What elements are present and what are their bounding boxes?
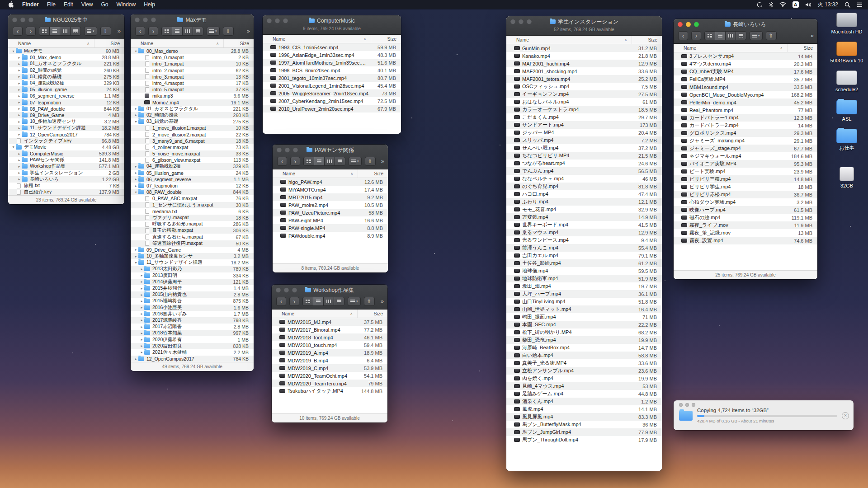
file-row[interactable]: 風見屏風.mp4 83.3 MB: [506, 413, 662, 421]
close-button[interactable]: [678, 22, 683, 27]
file-row[interactable]: ▾ 03_錯覚の基礎 275 KB: [131, 118, 254, 125]
disclosure-triangle[interactable]: ▸: [139, 312, 144, 316]
file-row[interactable]: ▾ 11_サウンドデザイン課題 18.2 MB: [131, 259, 254, 266]
file-row[interactable]: MRT!2015.mp4 9.2 MB: [273, 193, 388, 201]
file-row[interactable]: 地球防衛軍.mp4 51.9 MB: [506, 275, 662, 282]
file-row[interactable]: ▸ 2020冨田侑良 828 KB: [131, 343, 254, 349]
file-row[interactable]: おはなしパネル.mp4 61 MB: [506, 98, 662, 106]
toolbar-overflow-button[interactable]: »: [381, 158, 384, 164]
back-button[interactable]: ‹: [276, 297, 286, 306]
disclosure-triangle[interactable]: ▸: [133, 164, 138, 169]
column-view-button[interactable]: [60, 27, 71, 36]
icon-view-button[interactable]: [39, 27, 50, 36]
file-row[interactable]: FeliCa実験.MP4 35.7 MB: [674, 75, 817, 83]
disclosure-triangle[interactable]: ▸: [139, 350, 144, 354]
file-row[interactable]: Kanako.mp4 21.8 MB: [506, 52, 662, 60]
file-row[interactable]: ▸ 学生インスタレーション 2 GB: [8, 170, 124, 176]
file-row[interactable]: カードバトラー1.mp4 12.3 MB: [674, 114, 817, 122]
file-row[interactable]: サンドアート.mp4 173 MB: [506, 121, 662, 129]
window-titlebar[interactable]: PAWセンサ関係: [273, 145, 388, 155]
file-row[interactable]: ジャミーズ_making.mp4 29.1 MB: [674, 137, 817, 145]
file-row[interactable]: バイオニア実験.MP4 95.3 MB: [674, 160, 817, 168]
disclosure-triangle[interactable]: ▸: [139, 344, 144, 348]
file-row[interactable]: 直進する石たち.maxpat 67 KB: [131, 234, 254, 240]
file-row[interactable]: 乗るマウス.mp4 12.9 MB: [506, 229, 662, 236]
apple-menu[interactable]: [4, 0, 18, 9]
file-row[interactable]: ▸ 2017源馬綾香 798 KB: [131, 317, 254, 324]
file-row[interactable]: ▸ 01_カオスとフラクタル 221 KB: [8, 61, 124, 67]
file-row[interactable]: PAWdouble.mp4 8.9 MB: [273, 232, 388, 239]
disclosure-triangle[interactable]: ▸: [17, 126, 22, 130]
disclosure-triangle[interactable]: ▾: [11, 145, 16, 149]
wifi-icon[interactable]: [779, 2, 786, 7]
close-button[interactable]: [135, 18, 140, 23]
file-row[interactable]: ビリビリ学生.mp4 18 MB: [674, 183, 817, 191]
disclosure-triangle[interactable]: ▸: [139, 338, 144, 342]
disclosure-triangle[interactable]: ▸: [139, 325, 144, 329]
file-row[interactable]: intro_5.maxpat 37 KB: [131, 86, 254, 93]
file-row[interactable]: ▸ ComputerMusic 539.3 MB: [8, 150, 124, 157]
file-row[interactable]: ジッパー.MP4 20.4 MB: [506, 129, 662, 136]
file-row[interactable]: グロボリンクス.mp4 29.3 MB: [674, 129, 817, 137]
file-row[interactable]: 1998_BCS_6min20sec.mp4 40.1 MB: [263, 66, 401, 74]
toolbar-overflow-button[interactable]: »: [811, 32, 814, 39]
minimize-button[interactable]: [143, 18, 148, 23]
column-view-button[interactable]: [324, 157, 335, 166]
toolbar-overflow-button[interactable]: »: [118, 28, 121, 34]
icon-view-button[interactable]: [704, 31, 715, 40]
file-row[interactable]: 6_gibson_view.maxpat 113 KB: [131, 157, 254, 163]
file-row[interactable]: higo_PAW.mp4 12.6 MB: [273, 178, 388, 186]
gallery-view-button[interactable]: [736, 31, 746, 40]
file-row[interactable]: 肉を焼く.mp4 19.9 MB: [506, 375, 662, 382]
disclosure-triangle[interactable]: ▸: [17, 107, 22, 111]
file-row[interactable]: MDW2019_C.mp4 53.9 MB: [272, 364, 387, 372]
file-row[interactable]: 本園_SFC.mp4 22.2 MB: [506, 321, 662, 328]
file-row[interactable]: intro_3.maxpat 13 KB: [131, 74, 254, 80]
disclosure-triangle[interactable]: ▸: [133, 113, 138, 117]
minimize-button[interactable]: [519, 19, 524, 24]
icon-view-button[interactable]: [302, 297, 313, 306]
file-row[interactable]: 目玉の移動.maxpat 306 KB: [131, 227, 254, 234]
file-row[interactable]: ネジマキウォール.mp4 184.6 MB: [674, 152, 817, 160]
file-row[interactable]: ▸ 02_時間の感覚 260 KB: [8, 67, 124, 74]
back-button[interactable]: ‹: [277, 157, 287, 166]
file-row[interactable]: ▸ Workshop作品集 577.1 MB: [8, 163, 124, 169]
menu-item[interactable]: Window: [113, 0, 140, 9]
file-row[interactable]: ▸ 12_OpenCampus2017 784 KB: [131, 356, 254, 362]
file-row[interactable]: せんべい堀.mp4 37.2 MB: [506, 144, 662, 152]
column-header-size[interactable]: Size: [632, 37, 662, 42]
file-row[interactable]: 1996_AsianEdge_1min33sec.mp4 48.3 MB: [263, 51, 401, 59]
disclosure-triangle[interactable]: ▸: [17, 132, 22, 136]
file-row[interactable]: OSCフィッシュ.mp4 7.5 MB: [506, 83, 662, 90]
desktop-icon[interactable]: Macintosh HD: [826, 13, 867, 35]
minimize-button[interactable]: [275, 19, 280, 23]
file-row[interactable]: ちなつビリビリ.MP4 21.5 MB: [506, 152, 662, 160]
gallery-view-button[interactable]: [193, 27, 203, 36]
disclosure-triangle[interactable]: ▸: [133, 254, 138, 258]
file-row[interactable]: 3プレスセンサ.mp4 14 MB: [674, 52, 817, 60]
file-row[interactable]: medama.txt 6 KB: [131, 208, 254, 215]
file-row[interactable]: 自己紹介.key 137.9 MB: [8, 189, 124, 195]
column-view-button[interactable]: [323, 297, 334, 306]
file-row[interactable]: ▸ 02_時間の感覚 260 KB: [131, 112, 254, 118]
column-view-button[interactable]: [725, 31, 736, 40]
column-header-name[interactable]: Name∧: [283, 169, 358, 178]
file-row[interactable]: GunMin.mp4 31.2 MB: [506, 44, 662, 52]
gallery-view-button[interactable]: [335, 157, 345, 166]
file-row[interactable]: ▸ 11_サウンドデザイン課題 18.2 MB: [8, 125, 124, 131]
file-row[interactable]: 磁石の絵.mp4 119.1 MB: [674, 214, 817, 221]
disclosure-triangle[interactable]: ▸: [133, 248, 138, 252]
desktop-icon[interactable]: お仕事: [826, 129, 867, 151]
file-row[interactable]: ▸ 2015井秒翔佳 1.4 MB: [131, 285, 254, 291]
file-row[interactable]: ▾ デモMovie 4.48 GB: [8, 144, 124, 150]
desktop-icon[interactable]: 500GBwork 10: [826, 42, 867, 64]
file-row[interactable]: intro_1.maxpat 10 KB: [131, 61, 254, 67]
column-header-size[interactable]: Size: [371, 36, 401, 42]
file-row[interactable]: こだまくん.mp4 29.7 MB: [506, 113, 662, 121]
disclosure-triangle[interactable]: ▸: [139, 305, 144, 310]
file-row[interactable]: MDW2018_touch.mp4 59.4 MB: [272, 341, 387, 349]
zoom-button[interactable]: [151, 18, 156, 23]
file-row[interactable]: ▸ PAWセンサ関係 141.8 MB: [8, 157, 124, 163]
column-view-button[interactable]: [182, 27, 193, 36]
file-row[interactable]: ヴァデリ.maxpat 18 KB: [131, 215, 254, 221]
